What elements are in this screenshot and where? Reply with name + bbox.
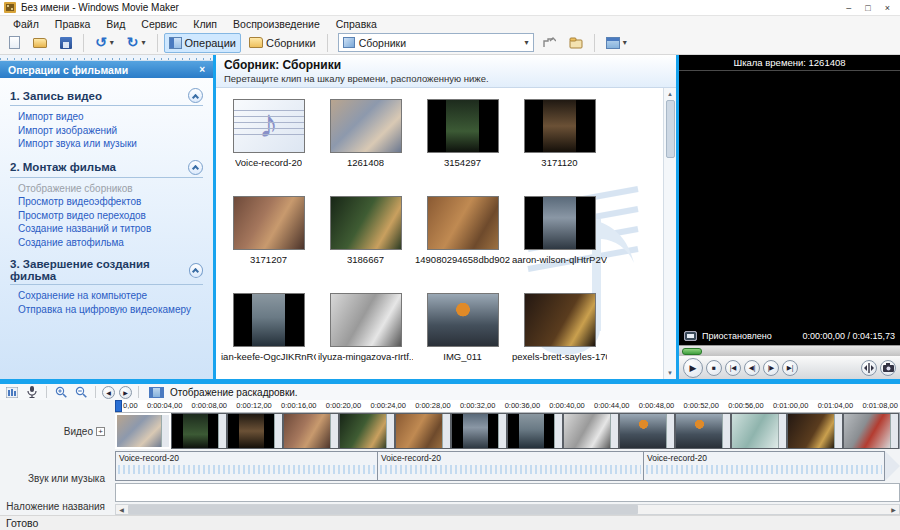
scroll-right-icon[interactable]: ▶	[888, 506, 899, 513]
collection-item[interactable]: 3186667	[317, 190, 414, 287]
views-button[interactable]: ▾	[601, 33, 632, 53]
collection-item[interactable]: aaron-wilson-qlHtrP2V...	[511, 190, 608, 287]
collapse-section-button[interactable]	[188, 88, 203, 103]
audio-clip[interactable]: Voice-record-20	[643, 451, 885, 481]
collection-item[interactable]: 149080294658dbd90250...	[414, 190, 511, 287]
timeline-clip[interactable]	[619, 413, 675, 449]
seek-thumb[interactable]	[682, 348, 702, 355]
scroll-up-icon[interactable]: ▲	[667, 88, 673, 100]
timeline-clip[interactable]	[171, 413, 227, 449]
stop-button[interactable]: ■	[706, 360, 722, 376]
timeline-clip[interactable]	[843, 413, 899, 449]
audio-clip[interactable]: Voice-record-20	[377, 451, 643, 481]
minimize-button[interactable]: –	[846, 1, 851, 15]
timeline-clip[interactable]	[227, 413, 283, 449]
menu-item[interactable]: Вид	[99, 17, 132, 31]
collection-item[interactable]: ian-keefe-OgcJIKRnRC...	[220, 287, 317, 379]
rewind-timeline-button[interactable]: ◀	[102, 386, 115, 399]
timeline-ruler[interactable]: 0,000:00:04,000:00:08,000:00:12,000:00:1…	[115, 400, 900, 413]
task-link[interactable]: Импорт звука или музыки	[18, 137, 203, 151]
split-clip-button[interactable]	[861, 360, 877, 376]
timeline-clip[interactable]	[115, 413, 171, 449]
task-link[interactable]: Просмотр видеоэффектов	[18, 195, 203, 209]
collection-item[interactable]: 3154297	[414, 93, 511, 190]
collection-combobox[interactable]: Сборники ▾	[338, 33, 534, 52]
back-button[interactable]: |◀	[725, 360, 741, 376]
task-link[interactable]: Создание автофильма	[18, 236, 203, 250]
combo-dropdown-icon[interactable]: ▾	[525, 38, 529, 47]
timeline-clip[interactable]	[787, 413, 843, 449]
zoom-in-button[interactable]	[53, 385, 69, 399]
open-project-button[interactable]	[28, 33, 52, 53]
narration-button[interactable]	[24, 385, 40, 399]
timeline-clip[interactable]	[675, 413, 731, 449]
title-overlay-track[interactable]	[115, 483, 900, 502]
scrollbar-thumb[interactable]	[666, 100, 675, 158]
task-link[interactable]: Создание названий и титров	[18, 222, 203, 236]
task-link[interactable]: Отправка на цифровую видеокамеру	[18, 303, 203, 317]
scroll-down-icon[interactable]: ▼	[667, 367, 673, 379]
scroll-left-icon[interactable]: ◀	[116, 506, 127, 513]
collapse-section-button[interactable]	[189, 263, 203, 278]
task-link[interactable]: Импорт видео	[18, 110, 203, 124]
redo-dropdown-icon[interactable]: ▾	[141, 38, 145, 47]
collections-scrollbar[interactable]: ▲ ▼	[663, 88, 676, 379]
task-link[interactable]: Сохранение на компьютере	[18, 289, 203, 303]
previous-frame-button[interactable]: ◀|	[744, 360, 760, 376]
save-project-button[interactable]	[55, 33, 77, 53]
new-project-button[interactable]	[4, 33, 25, 53]
audio-levels-button[interactable]	[4, 385, 20, 399]
hscrollbar-thumb[interactable]	[128, 505, 638, 514]
ruler-tick-label: 0:00:36,00	[505, 401, 540, 410]
menu-item[interactable]: Клип	[186, 17, 224, 31]
timeline-clip[interactable]	[451, 413, 507, 449]
timeline-clip[interactable]	[563, 413, 619, 449]
menu-item[interactable]: Правка	[48, 17, 97, 31]
menu-item[interactable]: Справка	[329, 17, 384, 31]
collection-item[interactable]: 3171207	[220, 190, 317, 287]
up-one-level-button[interactable]	[537, 33, 561, 53]
menu-item[interactable]: Сервис	[134, 17, 184, 31]
collection-item[interactable]: 1261408	[317, 93, 414, 190]
timeline-clip[interactable]	[731, 413, 787, 449]
zoom-out-button[interactable]	[73, 385, 89, 399]
collections-button[interactable]: Сборники	[244, 33, 321, 53]
new-collection-button[interactable]	[564, 33, 588, 53]
timeline-clip[interactable]	[507, 413, 563, 449]
timeline-clip[interactable]	[395, 413, 451, 449]
collection-item[interactable]: 3171120	[511, 93, 608, 190]
next-frame-button[interactable]: |▶	[763, 360, 779, 376]
menu-item[interactable]: Воспроизведение	[226, 17, 327, 31]
timeline-clip[interactable]	[283, 413, 339, 449]
expand-video-track-icon[interactable]: +	[96, 427, 105, 436]
task-link[interactable]: Импорт изображений	[18, 124, 203, 138]
seek-bar[interactable]	[679, 345, 900, 356]
close-button[interactable]: ×	[885, 1, 890, 15]
take-picture-button[interactable]	[880, 360, 896, 376]
collection-item[interactable]: Voice-record-20	[220, 93, 317, 190]
ruler-tick-label: 0:01:00,00	[773, 401, 808, 410]
play-timeline-button[interactable]: ▶	[119, 386, 132, 399]
tasks-button[interactable]: Операции	[164, 33, 241, 53]
storyboard-toggle[interactable]: Отображение раскадровки.	[170, 387, 298, 398]
playhead-marker[interactable]	[115, 400, 122, 412]
task-link[interactable]: Отображение сборников	[18, 182, 203, 196]
collapse-section-button[interactable]	[188, 160, 203, 175]
collection-item[interactable]: ilyuza-mingazova-rIrtf...	[317, 287, 414, 379]
redo-button[interactable]: ↻▾	[122, 33, 151, 53]
zoom-in-icon	[55, 386, 67, 398]
timeline-clip[interactable]	[339, 413, 395, 449]
audio-clip[interactable]: Voice-record-20	[115, 451, 377, 481]
timeline-hscrollbar[interactable]: ◀ ▶	[115, 504, 900, 515]
play-button[interactable]: ▶	[683, 358, 703, 378]
forward-button[interactable]: ▶|	[782, 360, 798, 376]
undo-button[interactable]: ↺▾	[90, 33, 119, 53]
collection-item[interactable]: pexels-brett-sayles-170...	[511, 287, 608, 379]
views-dropdown-icon[interactable]: ▾	[623, 38, 627, 47]
task-pane-close-icon[interactable]: ×	[199, 64, 205, 75]
task-link[interactable]: Просмотр видео переходов	[18, 209, 203, 223]
collection-item[interactable]: IMG_011	[414, 287, 511, 379]
menu-item[interactable]: Файл	[6, 17, 46, 31]
undo-dropdown-icon[interactable]: ▾	[110, 38, 114, 47]
maximize-button[interactable]: □	[865, 1, 870, 15]
